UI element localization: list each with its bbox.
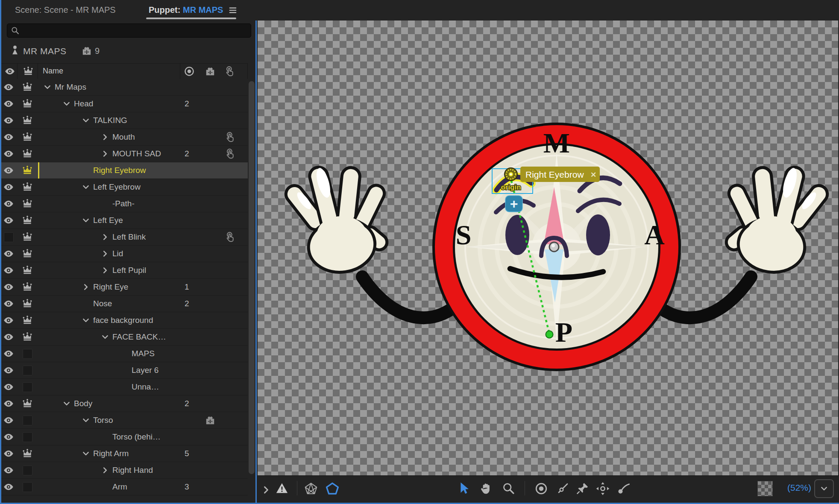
layer-row[interactable]: Body2: [0, 396, 248, 412]
eye-visible-toggle[interactable]: [0, 246, 17, 262]
layer-name[interactable]: Right Arm: [93, 449, 129, 458]
layer-name[interactable]: Nose: [93, 299, 112, 308]
crown-on-toggle[interactable]: [17, 212, 38, 229]
eye-visible-toggle[interactable]: [0, 412, 17, 428]
layer-row[interactable]: FACE BACK…: [0, 329, 248, 346]
layer-name[interactable]: Torso: [93, 416, 113, 425]
record-icon[interactable]: [534, 482, 548, 495]
add-handle-button[interactable]: +: [505, 196, 522, 212]
layer-name[interactable]: face background: [93, 316, 153, 325]
dangle-endpoint[interactable]: [546, 331, 553, 338]
layer-name[interactable]: TALKING: [93, 116, 127, 125]
layer-row[interactable]: Torso: [0, 412, 248, 429]
layer-row[interactable]: Arm3: [0, 479, 248, 495]
zoom-tool-icon[interactable]: [502, 482, 515, 495]
collapse-chevron-icon[interactable]: [44, 83, 51, 91]
eye-visible-toggle[interactable]: [0, 162, 17, 179]
eye-visible-toggle[interactable]: [0, 179, 17, 195]
expand-chevron-icon[interactable]: [82, 283, 90, 291]
crown-off-toggle[interactable]: [17, 479, 38, 495]
origin-handle[interactable]: [505, 168, 517, 181]
layer-row[interactable]: Torso (behi…: [0, 429, 248, 445]
layer-name[interactable]: Unna…: [132, 382, 159, 392]
pin-tool-icon[interactable]: [576, 482, 589, 495]
crown-on-toggle[interactable]: [17, 229, 38, 245]
layer-name[interactable]: Torso (behi…: [112, 432, 161, 442]
name-column-header[interactable]: Name: [43, 67, 63, 76]
collapse-chevron-icon[interactable]: [82, 416, 90, 424]
layer-name[interactable]: Right Eye: [93, 282, 128, 292]
eye-visible-toggle[interactable]: [0, 112, 17, 129]
eye-visible-toggle[interactable]: [0, 312, 17, 328]
collapse-chevron-icon[interactable]: [101, 333, 109, 341]
layer-name[interactable]: Arm: [112, 482, 127, 492]
eye-visible-toggle[interactable]: [0, 329, 17, 345]
layer-row[interactable]: Left Pupil: [0, 262, 248, 279]
collapse-chevron-icon[interactable]: [82, 117, 90, 124]
collapse-chevron-icon[interactable]: [82, 450, 90, 457]
layer-row[interactable]: TALKING: [0, 112, 248, 129]
layer-name[interactable]: Left Blink: [112, 232, 146, 242]
outline-icon[interactable]: [326, 482, 339, 495]
right-hand[interactable]: [723, 165, 831, 276]
expand-chevron-icon[interactable]: [261, 483, 271, 496]
crown-on-toggle[interactable]: [17, 279, 38, 295]
layer-name[interactable]: Right Eyebrow: [93, 166, 146, 175]
layer-name[interactable]: Layer 6: [132, 366, 158, 375]
crown-on-toggle[interactable]: [17, 262, 38, 278]
layer-row[interactable]: -Path-: [0, 196, 248, 212]
layer-row[interactable]: Right Eye1: [0, 279, 248, 296]
zoom-dropdown[interactable]: [814, 479, 834, 498]
transparency-grid-icon[interactable]: [757, 481, 773, 496]
collapse-chevron-icon[interactable]: [82, 316, 90, 324]
expand-chevron-icon[interactable]: [101, 466, 109, 474]
trigger-icon[interactable]: [224, 131, 236, 143]
crown-on-toggle[interactable]: [17, 179, 38, 195]
layer-name[interactable]: -Path-: [112, 199, 135, 208]
crown-on-toggle[interactable]: [17, 96, 38, 112]
behaviors-badge-icon[interactable]: [81, 45, 92, 56]
layer-row[interactable]: Unna…: [0, 379, 248, 396]
eye-visible-toggle[interactable]: [0, 279, 17, 295]
collapse-chevron-icon[interactable]: [82, 217, 90, 224]
crown-off-toggle[interactable]: [17, 462, 38, 478]
layer-row[interactable]: Right Hand: [0, 462, 248, 479]
selection-tag[interactable]: Right Eyebrow ✕: [520, 167, 600, 182]
tab-puppet[interactable]: Puppet: MR MAPS: [141, 0, 243, 21]
layer-row[interactable]: Head2: [0, 96, 248, 112]
behaviors-column-icon[interactable]: [205, 66, 216, 77]
record-column-icon[interactable]: [184, 66, 195, 77]
crown-on-toggle[interactable]: [17, 146, 38, 162]
eye-visible-toggle[interactable]: [0, 346, 17, 362]
tab-scene[interactable]: Scene: Scene - MR MAPS: [15, 5, 116, 15]
mesh-icon[interactable]: [304, 482, 318, 495]
expand-chevron-icon[interactable]: [101, 267, 109, 274]
eye-visible-toggle[interactable]: [0, 196, 17, 212]
trigger-icon[interactable]: [224, 148, 236, 159]
left-hand[interactable]: [282, 165, 390, 276]
layer-name[interactable]: Mouth: [112, 132, 135, 142]
eye-visible-toggle[interactable]: [0, 445, 17, 462]
trigger-icon[interactable]: [224, 231, 236, 243]
collapse-chevron-icon[interactable]: [82, 183, 90, 191]
collapse-chevron-icon[interactable]: [63, 400, 70, 407]
crown-on-toggle[interactable]: [17, 312, 38, 328]
eye-visible-toggle[interactable]: [0, 96, 17, 112]
eye-visible-toggle[interactable]: [0, 479, 17, 495]
layer-name[interactable]: MAPS: [132, 349, 155, 358]
zoom-level[interactable]: (52%): [781, 483, 818, 493]
layer-row[interactable]: Lid: [0, 246, 248, 262]
layer-row[interactable]: Right Eyebrow: [0, 162, 248, 179]
layer-name[interactable]: Mr Maps: [55, 82, 86, 92]
crown-on-toggle[interactable]: [17, 162, 38, 179]
tree-scrollbar[interactable]: [249, 81, 255, 474]
layer-row[interactable]: Nose2: [0, 296, 248, 312]
eye-hidden-toggle[interactable]: [0, 229, 17, 245]
crown-on-toggle[interactable]: [17, 296, 38, 312]
eye-visible-toggle[interactable]: [0, 296, 17, 312]
layer-row[interactable]: Right Arm5: [0, 445, 248, 462]
layer-name[interactable]: FACE BACK…: [112, 332, 166, 342]
eye-visible-toggle[interactable]: [0, 146, 17, 162]
crown-off-toggle[interactable]: [17, 379, 38, 395]
layer-row[interactable]: Mr Maps: [0, 79, 248, 96]
